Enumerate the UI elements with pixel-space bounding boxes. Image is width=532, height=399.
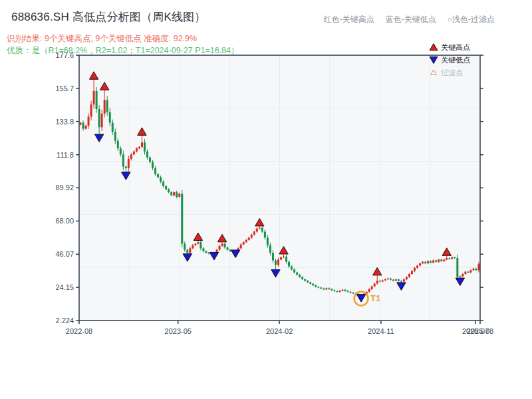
x-tick-label: 2023-05 — [165, 327, 192, 335]
y-tick-label: 46.07 — [55, 250, 74, 258]
x-tick-label: 2024-02 — [266, 327, 293, 335]
y-tick-label: 24.15 — [55, 283, 74, 291]
y-tick-label: 68.00 — [55, 217, 74, 225]
legend-key-high-icon — [430, 44, 438, 51]
y-tick-label: 155.7 — [55, 84, 74, 92]
x-tick-label: 2025-08 — [467, 327, 493, 335]
y-tick-label: 177.6 — [55, 51, 74, 59]
y-tick-label: 111.8 — [57, 151, 74, 159]
t1-annotation: T1 — [370, 293, 380, 303]
kline-chart: 177.6155.7133.8111.889.9268.0046.0724.15… — [0, 0, 532, 372]
y-tick-label: 133.8 — [55, 118, 74, 126]
legend-label: 过滤点 — [441, 68, 463, 76]
legend-label: 关键高点 — [441, 43, 470, 51]
y-tick-label: 2.224 — [55, 317, 74, 325]
legend-label: 关键低点 — [441, 56, 470, 64]
x-tick-label: 2024-11 — [368, 327, 394, 335]
x-tick-label: 2022-08 — [66, 327, 92, 335]
x-axis: 2022-082023-052024-022024-112025-072025-… — [66, 321, 493, 335]
y-tick-label: 89.92 — [55, 184, 74, 192]
